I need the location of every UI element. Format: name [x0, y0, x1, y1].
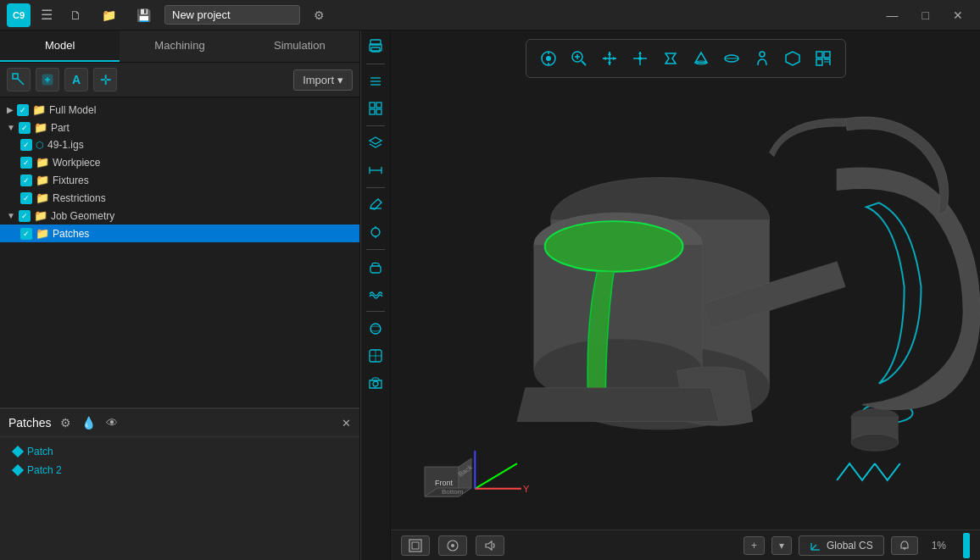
- edit-btn[interactable]: [363, 192, 388, 218]
- text-tool-btn[interactable]: A: [64, 68, 88, 91]
- tree-label: 49-1.igs: [47, 139, 84, 151]
- list-btn[interactable]: [363, 69, 388, 94]
- view3d-btn[interactable]: [363, 316, 388, 341]
- add-item-btn[interactable]: [36, 68, 59, 91]
- separator: [366, 311, 385, 312]
- minimize-btn[interactable]: —: [877, 5, 909, 25]
- camera-btn[interactable]: [363, 370, 388, 396]
- layout-btn[interactable]: [810, 45, 837, 72]
- lock-btn[interactable]: [363, 254, 388, 280]
- pan-btn[interactable]: [626, 45, 654, 72]
- tree-item-fixtures[interactable]: ✓ 📁 Fixtures: [0, 171, 359, 189]
- checkbox-part[interactable]: ✓: [19, 122, 31, 134]
- tool-btn[interactable]: [363, 219, 388, 245]
- tree-item-job-geometry[interactable]: ▼ ✓ 📁 Job Geometry: [0, 207, 359, 225]
- coordinate-system-btn[interactable]: Global CS: [799, 535, 884, 556]
- plus-tool-btn[interactable]: ✛: [93, 68, 117, 91]
- 3d-model-view[interactable]: Y: [391, 30, 980, 560]
- svg-marker-39: [608, 52, 611, 55]
- tree-item-patches[interactable]: ✓ 📁 Patches: [0, 225, 359, 242]
- tab-machining[interactable]: Machining: [120, 30, 239, 62]
- patch-diamond-icon: [12, 464, 24, 476]
- svg-line-34: [582, 61, 586, 65]
- checkbox-job-geometry[interactable]: ✓: [19, 210, 31, 222]
- status-bar: + ▾ Global CS 1%: [391, 530, 980, 560]
- center-view-btn[interactable]: [438, 535, 467, 556]
- move-btn[interactable]: [596, 45, 623, 72]
- fit-view-btn[interactable]: [401, 535, 430, 556]
- open-folder-btn[interactable]: 📁: [95, 5, 123, 25]
- zoom-btn[interactable]: [565, 45, 593, 72]
- maximize-btn[interactable]: □: [912, 5, 939, 25]
- checkbox-full-model[interactable]: ✓: [17, 104, 29, 116]
- folder-icon: 📁: [36, 191, 49, 204]
- svg-marker-51: [786, 52, 799, 65]
- svg-rect-22: [370, 266, 381, 273]
- world-view-btn[interactable]: [779, 45, 806, 72]
- person-view-btn[interactable]: [749, 45, 776, 72]
- svg-line-1: [18, 79, 24, 85]
- patch-item-2[interactable]: Patch 2: [14, 463, 346, 478]
- expand-icon: ▼: [7, 123, 15, 132]
- settings-icon[interactable]: ⚙: [58, 414, 73, 431]
- tab-bar: Model Machining Simulation: [0, 30, 359, 63]
- tree-item-restrictions[interactable]: ✓ 📁 Restrictions: [0, 189, 359, 207]
- visibility-icon[interactable]: 👁: [104, 414, 120, 431]
- cs-dropdown-btn[interactable]: ▾: [771, 536, 792, 555]
- new-file-btn[interactable]: 🗋: [63, 5, 88, 25]
- project-settings-btn[interactable]: ⚙: [307, 5, 331, 25]
- zoom-bar: [963, 533, 970, 558]
- props-close-btn[interactable]: ✕: [342, 417, 351, 430]
- add-cs-btn[interactable]: +: [743, 536, 765, 555]
- save-btn[interactable]: 💾: [130, 5, 158, 25]
- import-button[interactable]: Import ▾: [293, 69, 353, 91]
- model-tree: ▶ ✓ 📁 Full Model ▼ ✓ 📁 Part ✓ ⬡ 49-1.igs…: [0, 97, 359, 408]
- water-icon[interactable]: 💧: [80, 414, 97, 431]
- tree-label: Fixtures: [53, 175, 89, 186]
- wave-btn[interactable]: [363, 281, 388, 307]
- cs-label: Global CS: [827, 540, 873, 552]
- grid-btn[interactable]: [363, 96, 388, 121]
- close-btn[interactable]: ✕: [943, 5, 973, 25]
- status-right: + ▾ Global CS 1%: [743, 533, 970, 558]
- checkbox-patches[interactable]: ✓: [20, 228, 32, 240]
- folder-icon: 📁: [34, 209, 47, 222]
- patch-item-1[interactable]: Patch: [14, 444, 346, 459]
- tab-simulation[interactable]: Simulation: [240, 30, 359, 62]
- svg-point-67: [851, 434, 899, 451]
- dimension-btn[interactable]: [363, 158, 388, 183]
- svg-marker-46: [638, 52, 642, 54]
- tree-item-part[interactable]: ▼ ✓ 📁 Part: [0, 119, 359, 136]
- folder-icon: 📁: [34, 121, 47, 134]
- navigation-cube[interactable]: Front Back Bottom: [408, 450, 476, 518]
- svg-rect-54: [816, 59, 822, 65]
- sphere-view-btn[interactable]: [657, 45, 684, 72]
- flat-view-btn[interactable]: [718, 45, 745, 72]
- tab-model[interactable]: Model: [0, 30, 120, 62]
- print-btn[interactable]: [363, 34, 388, 59]
- checkbox-igs[interactable]: ✓: [20, 139, 32, 151]
- project-name-input[interactable]: [164, 5, 300, 25]
- ortho-btn[interactable]: [363, 343, 388, 369]
- svg-marker-40: [608, 62, 611, 65]
- tree-item-workpiece[interactable]: ✓ 📁 Workpiece: [0, 153, 359, 171]
- tree-label: Restrictions: [53, 192, 106, 204]
- select-tool-btn[interactable]: [7, 68, 31, 91]
- svg-point-30: [546, 56, 551, 61]
- layer-btn[interactable]: [363, 130, 388, 156]
- snap-btn[interactable]: [535, 45, 562, 72]
- tree-item-igs[interactable]: ✓ ⬡ 49-1.igs: [0, 136, 359, 153]
- svg-point-24: [370, 326, 381, 331]
- hamburger-menu[interactable]: ☰: [37, 3, 56, 26]
- checkbox-restrictions[interactable]: ✓: [20, 192, 32, 204]
- viewport[interactable]: Y Front Back Bottom: [391, 30, 980, 560]
- checkbox-workpiece[interactable]: ✓: [20, 157, 32, 169]
- notification-btn[interactable]: [891, 536, 918, 555]
- tree-item-full-model[interactable]: ▶ ✓ 📁 Full Model: [0, 101, 359, 119]
- cone-view-btn[interactable]: [688, 45, 715, 72]
- sound-btn[interactable]: [476, 535, 504, 556]
- svg-marker-41: [603, 57, 606, 60]
- props-title: Patches: [8, 416, 52, 430]
- checkbox-fixtures[interactable]: ✓: [20, 175, 32, 186]
- expand-icon: ▼: [7, 211, 15, 220]
